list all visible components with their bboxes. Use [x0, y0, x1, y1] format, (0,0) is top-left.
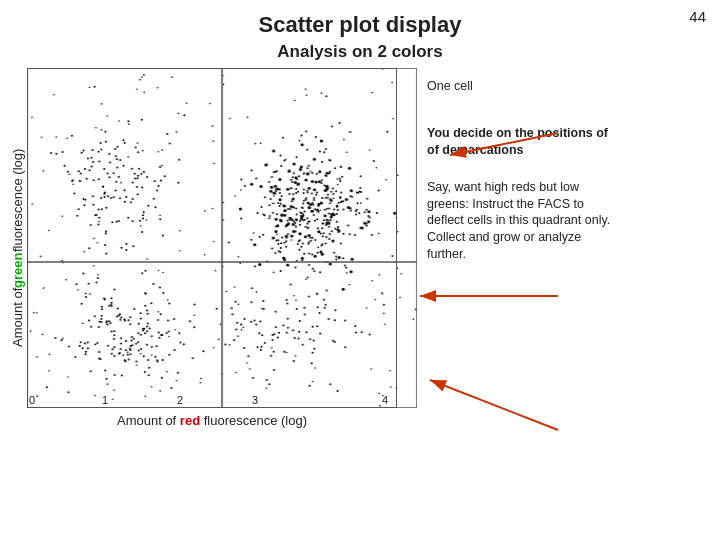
x-tick-2: 2	[177, 394, 183, 406]
annotation-one-cell: One cell	[427, 78, 612, 95]
x-axis-label: Amount of red fluorescence (log)	[27, 413, 397, 428]
x-tick-3: 3	[252, 394, 258, 406]
annotations-panel: One cell You decide on the positions of …	[427, 68, 612, 269]
chart-wrapper: Amount of green fluorescence (log) 0 1 2…	[10, 68, 417, 428]
chart-area: 0 1 2 3 4 Amount of red fluorescence (lo…	[27, 68, 417, 428]
main-area: Amount of green fluorescence (log) 0 1 2…	[0, 68, 720, 428]
x-tick-4: 4	[382, 394, 388, 406]
annotation-you-decide: You decide on the positions of of demarc…	[427, 125, 612, 159]
page-title: Scatter plot display	[0, 12, 720, 38]
x-tick-1: 1	[102, 394, 108, 406]
y-axis-label: Amount of green fluorescence (log)	[10, 78, 25, 418]
page-number: 44	[689, 8, 706, 25]
page-subtitle: Analysis on 2 colors	[0, 42, 720, 62]
x-tick-0: 0	[29, 394, 35, 406]
annotation-say-want: Say, want high reds but low greens: Inst…	[427, 179, 612, 263]
scatter-plot	[27, 68, 417, 408]
